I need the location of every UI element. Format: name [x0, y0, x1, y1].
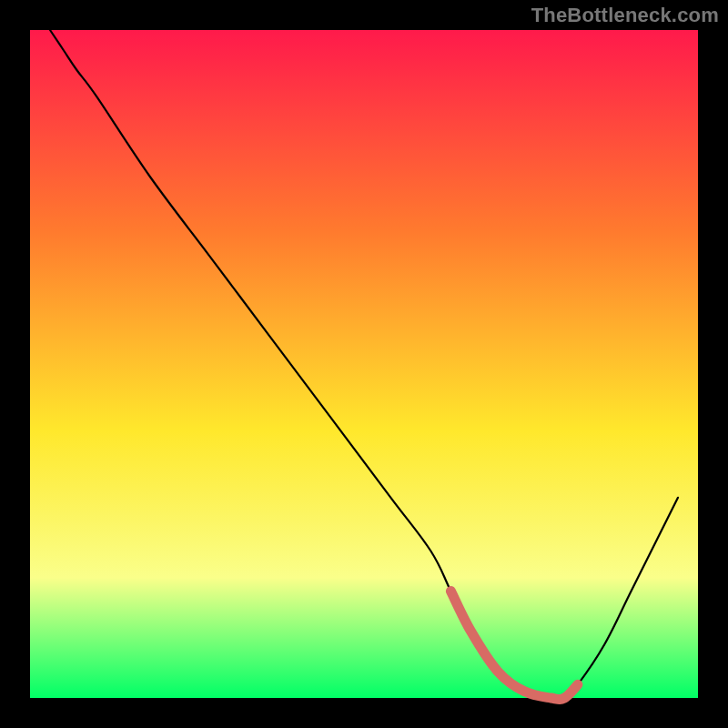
watermark-text: TheBottleneck.com [531, 4, 719, 27]
bottleneck-chart [0, 0, 728, 728]
chart-stage: TheBottleneck.com [0, 0, 728, 728]
plot-background [30, 30, 698, 698]
